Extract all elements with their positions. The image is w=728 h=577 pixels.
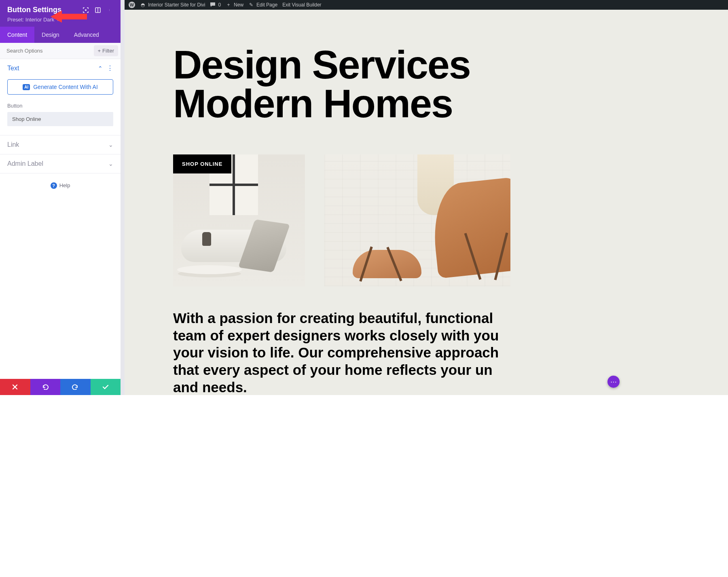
pane-divider[interactable] (121, 0, 125, 395)
layout-icon[interactable] (95, 7, 101, 13)
hero-heading: Design Services Modern Homes (173, 10, 728, 123)
wp-new-link[interactable]: + New (226, 2, 243, 8)
plus-icon: + (226, 2, 231, 8)
chevron-up-icon: ⌃ (98, 65, 103, 72)
gallery-image-2 (324, 154, 510, 286)
wordpress-logo-icon[interactable]: W (129, 2, 135, 8)
section-title-text: Text (7, 65, 19, 72)
hero-line-2: Modern Homes (173, 84, 728, 123)
preset-name: Interior Dark (25, 17, 55, 23)
svg-point-3 (109, 9, 110, 10)
section-head-admin[interactable]: Admin Label ⌄ (0, 154, 121, 173)
wp-comments-link[interactable]: 0 (210, 2, 221, 8)
body-line-4: that every aspect of your home reflects … (173, 361, 728, 379)
comment-icon (210, 2, 216, 8)
cancel-button[interactable] (0, 379, 30, 395)
confirm-button[interactable] (91, 379, 121, 395)
dashboard-icon: ◓ (140, 2, 146, 8)
section-title-link: Link (7, 141, 19, 148)
preset-prefix: Preset: (7, 17, 24, 23)
sections-container: Text ⌃ ⋮ AI Generate Content With AI But… (0, 59, 121, 379)
svg-point-4 (109, 10, 110, 10)
hero-line-1: Design Services (173, 45, 728, 84)
section-title-admin: Admin Label (7, 160, 43, 167)
filter-label: Filter (102, 48, 114, 54)
preview-pane: W ◓ Interior Starter Site for Divi 0 + N… (125, 0, 728, 395)
redo-button[interactable] (60, 379, 91, 395)
chair-scene-placeholder (324, 154, 510, 286)
help-link[interactable]: ?Help (0, 173, 121, 198)
chevron-down-icon: ⌄ (108, 142, 113, 148)
body-line-2: team of expert designers works closely w… (173, 327, 728, 345)
shop-online-button[interactable]: SHOP ONLINE (173, 154, 231, 173)
gallery-image-1: SHOP ONLINE (173, 154, 305, 286)
settings-sidebar: Button Settings Preset: Inte (0, 0, 121, 395)
section-admin-label: Admin Label ⌄ (0, 154, 121, 173)
tab-advanced[interactable]: Advanced (67, 27, 106, 43)
button-text-input[interactable] (7, 112, 113, 126)
pencil-icon: ✎ (248, 2, 254, 8)
preset-dropdown[interactable]: Preset: Interior Dark ▼ (7, 17, 113, 23)
tab-content[interactable]: Content (0, 27, 34, 43)
help-icon: ? (51, 182, 57, 189)
page-canvas[interactable]: Design Services Modern Homes SHOP ONLINE (125, 10, 728, 395)
wp-exit-vb-link[interactable]: Exit Visual Builder (282, 2, 322, 8)
caret-down-icon: ▼ (56, 17, 60, 22)
sidebar-tabs: Content Design Advanced (0, 27, 121, 43)
sidebar-title: Button Settings (7, 6, 61, 14)
section-link: Link ⌄ (0, 135, 121, 154)
header-icon-group (83, 7, 113, 13)
image-gallery: SHOP ONLINE (173, 154, 728, 286)
search-input[interactable] (0, 43, 94, 59)
svg-point-0 (85, 9, 87, 11)
wp-exit-label: Exit Visual Builder (282, 2, 322, 8)
kebab-menu-icon[interactable] (107, 7, 113, 13)
section-head-text[interactable]: Text ⌃ ⋮ (0, 59, 121, 78)
wp-edit-page-link[interactable]: ✎ Edit Page (248, 2, 277, 8)
ai-button-label: Generate Content With AI (33, 84, 98, 90)
body-paragraph: With a passion for creating beautiful, f… (173, 310, 728, 395)
chevron-down-icon: ⌄ (108, 161, 113, 167)
help-label: Help (59, 182, 70, 188)
wp-admin-bar: W ◓ Interior Starter Site for Divi 0 + N… (125, 0, 728, 10)
sofa-scene-placeholder (173, 154, 305, 286)
section-head-link[interactable]: Link ⌄ (0, 135, 121, 154)
tab-design[interactable]: Design (34, 27, 67, 43)
svg-point-5 (109, 11, 110, 11)
wp-comments-count: 0 (218, 2, 221, 8)
body-line-1: With a passion for creating beautiful, f… (173, 310, 728, 327)
plus-icon: + (98, 48, 101, 54)
wp-site-link[interactable]: ◓ Interior Starter Site for Divi (140, 2, 205, 8)
divi-fab-button[interactable]: ⋯ (607, 376, 620, 388)
wp-site-name: Interior Starter Site for Divi (148, 2, 205, 8)
button-field-label: Button (7, 103, 113, 109)
body-line-3: your vision to life. Our comprehensive a… (173, 344, 728, 361)
more-horizontal-icon: ⋯ (610, 378, 617, 386)
ai-badge-icon: AI (23, 84, 30, 90)
focus-icon[interactable] (83, 7, 89, 13)
search-row: + Filter (0, 43, 121, 59)
filter-button[interactable]: + Filter (94, 45, 118, 56)
wp-edit-label: Edit Page (256, 2, 277, 8)
section-body-text: AI Generate Content With AI Button (0, 78, 121, 135)
section-text: Text ⌃ ⋮ AI Generate Content With AI But… (0, 59, 121, 135)
undo-button[interactable] (30, 379, 61, 395)
sidebar-header: Button Settings Preset: Inte (0, 0, 121, 27)
generate-ai-button[interactable]: AI Generate Content With AI (7, 79, 113, 95)
sidebar-footer (0, 379, 121, 395)
wp-new-label: New (234, 2, 243, 8)
section-kebab-icon[interactable]: ⋮ (107, 67, 113, 70)
body-line-5: and needs. (173, 379, 728, 395)
